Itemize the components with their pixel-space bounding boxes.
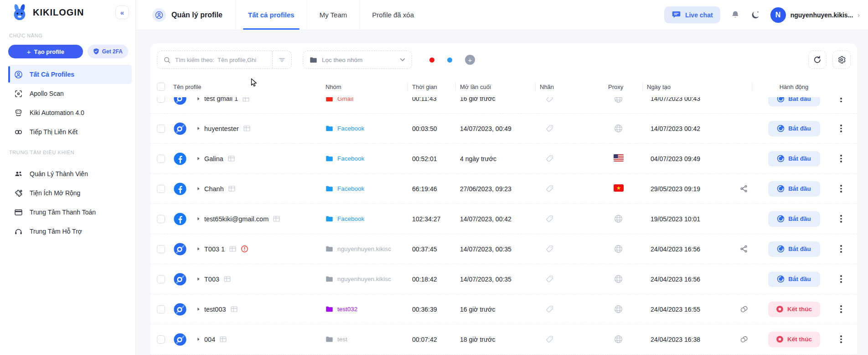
row-menu-kebab[interactable] [837, 272, 845, 286]
row-menu-kebab[interactable] [837, 182, 845, 195]
group-name[interactable]: Facebook [337, 155, 364, 162]
tab-label: My Team [320, 11, 347, 19]
table-row[interactable]: T003 nguyenhuyen.kikisc 00:18:42 14/07/2… [150, 264, 857, 294]
row-menu-kebab[interactable] [837, 122, 845, 135]
row-menu-kebab[interactable] [837, 152, 845, 165]
row-checkbox[interactable] [157, 185, 165, 193]
action-button[interactable]: Bắt đầu [768, 97, 820, 106]
group-name[interactable]: test [337, 336, 347, 343]
expand-chevron-icon[interactable] [197, 307, 200, 311]
sidebar-item[interactable]: Tất Cả Profiles [8, 65, 132, 84]
tag-dot-blue[interactable] [447, 57, 452, 63]
dark-mode-moon-icon[interactable] [750, 10, 760, 20]
table-row[interactable]: 004 test 00:07:42 18 giờ trước 24/04/202… [150, 324, 857, 355]
tab[interactable]: Tất cả profiles [235, 0, 307, 30]
sidebar-item[interactable]: Tiện Ích Mở Rộng [0, 183, 135, 203]
table-row[interactable]: test003 test032 00:36:39 16 giờ trước 24… [150, 294, 857, 324]
table-row[interactable]: test gmail 1 Gmail 00:11:43 16 giờ trước… [150, 97, 857, 114]
settings-button[interactable] [832, 51, 851, 69]
sidebar-item[interactable]: Kiki Automation 4.0 [0, 103, 135, 122]
tab[interactable]: Profile đã xóa [359, 0, 426, 30]
row-checkbox[interactable] [157, 97, 165, 103]
action-button[interactable]: Bắt đầu [768, 211, 820, 227]
grid-view-icon[interactable] [273, 215, 280, 223]
action-button[interactable]: Bắt đầu [768, 181, 820, 197]
row-extra-icon[interactable] [731, 305, 756, 313]
row-checkbox[interactable] [157, 275, 165, 283]
create-profile-button[interactable]: + Tạo profile [8, 45, 83, 58]
row-menu-kebab[interactable] [837, 333, 845, 346]
group-name[interactable]: Facebook [337, 185, 364, 192]
tab[interactable]: My Team [307, 0, 360, 30]
action-button[interactable]: Bắt đầu [768, 151, 820, 167]
group-name[interactable]: Facebook [337, 125, 364, 132]
row-checkbox[interactable] [157, 125, 165, 133]
expand-chevron-icon[interactable] [197, 277, 200, 281]
action-button[interactable]: Bắt đầu [768, 241, 820, 257]
row-menu-kebab[interactable] [837, 303, 845, 316]
row-checkbox[interactable] [157, 245, 165, 253]
notification-bell-icon[interactable] [730, 10, 740, 20]
grid-view-icon[interactable] [243, 125, 251, 132]
group-name[interactable]: nguyenhuyen.kikisc [337, 276, 391, 282]
sidebar-item[interactable]: Trung Tâm Hỗ Trợ [0, 222, 135, 241]
row-checkbox[interactable] [157, 155, 165, 163]
sidebar-item[interactable]: Trung Tâm Thanh Toán [0, 203, 135, 222]
grid-view-icon[interactable] [227, 155, 235, 162]
group-name[interactable]: Facebook [337, 215, 364, 222]
expand-chevron-icon[interactable] [197, 337, 200, 341]
get-2fa-button[interactable]: Get 2FA [88, 45, 128, 58]
row-menu-kebab[interactable] [837, 242, 845, 256]
column-header-action: Hành động [756, 84, 832, 90]
usage-time: 00:11:43 [412, 97, 460, 102]
group-name[interactable]: Gmail [337, 97, 353, 102]
select-all-checkbox[interactable] [157, 83, 165, 91]
row-checkbox[interactable] [157, 305, 165, 313]
action-button[interactable]: Bắt đầu [768, 121, 820, 136]
expand-chevron-icon[interactable] [197, 157, 200, 161]
table-row[interactable]: test65kiki@gmail.com Facebook 102:34:27 … [150, 204, 857, 234]
refresh-button[interactable] [808, 51, 827, 69]
sidebar-item[interactable]: Quản Lý Thành Viên [0, 164, 135, 183]
row-checkbox[interactable] [157, 335, 165, 344]
grid-view-icon[interactable] [228, 185, 236, 193]
sidebar-item[interactable]: Apollo Scan [0, 84, 135, 103]
table-row[interactable]: Galina Facebook 00:52:01 4 ngày trước 04… [150, 144, 857, 174]
expand-chevron-icon[interactable] [197, 187, 200, 191]
tag-icon [545, 245, 554, 253]
expand-chevron-icon[interactable] [197, 126, 200, 131]
table-row[interactable]: Chanh Facebook 66:19:46 27/06/2023, 09:2… [150, 174, 857, 204]
user-menu[interactable]: N nguyenhuyen.kikis... › [770, 7, 860, 23]
grid-view-icon[interactable] [242, 97, 250, 103]
row-checkbox[interactable] [157, 215, 165, 223]
grid-view-icon[interactable] [230, 305, 238, 313]
row-menu-kebab[interactable] [837, 212, 845, 225]
expand-chevron-icon[interactable] [197, 247, 200, 251]
table-row[interactable]: huyentester Facebook 00:03:50 14/07/2023… [150, 114, 857, 144]
row-extra-icon[interactable] [731, 335, 756, 344]
table-row[interactable]: T003 1 nguyenhuyen.kikisc 00:37:45 14/07… [150, 234, 857, 264]
action-button[interactable]: Kết thúc [768, 302, 820, 317]
row-menu-kebab[interactable] [837, 97, 845, 105]
action-button[interactable]: Kết thúc [768, 332, 820, 347]
profile-type-icon [173, 303, 187, 316]
add-tag-button[interactable]: + [465, 55, 475, 65]
group-name[interactable]: test032 [337, 306, 357, 313]
expand-chevron-icon[interactable] [197, 97, 200, 100]
tag-dot-red[interactable] [429, 57, 434, 63]
row-extra-icon[interactable] [731, 184, 756, 193]
expand-chevron-icon[interactable] [197, 217, 200, 221]
grid-view-icon[interactable] [229, 245, 237, 253]
search-input[interactable] [157, 51, 272, 68]
row-extra-icon[interactable] [731, 245, 756, 253]
group-name[interactable]: nguyenhuyen.kikisc [337, 245, 391, 252]
sidebar-collapse-button[interactable]: « [115, 5, 129, 19]
action-button[interactable]: Bắt đầu [768, 271, 820, 287]
grid-view-icon[interactable] [219, 335, 227, 343]
grid-view-icon[interactable] [223, 275, 231, 283]
group-filter-dropdown[interactable]: Lọc theo nhóm [303, 51, 412, 69]
search-filter-button[interactable] [272, 51, 291, 68]
sidebar-item[interactable]: Tiếp Thị Liên Kết [0, 122, 135, 141]
action-icon [777, 155, 785, 162]
live-chat-button[interactable]: Live chat [664, 6, 720, 23]
